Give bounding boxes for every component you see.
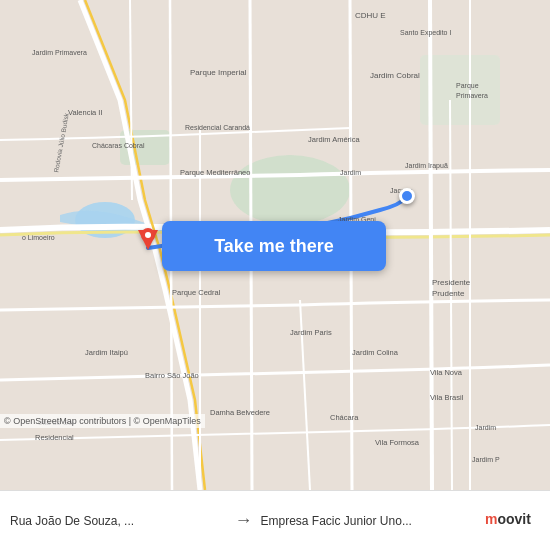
svg-text:Jardim P: Jardim P (472, 456, 500, 463)
destination-pin (399, 188, 415, 204)
svg-text:Damha Belvedere: Damha Belvedere (210, 408, 270, 417)
svg-text:Chácara: Chácara (330, 413, 359, 422)
svg-point-1 (230, 155, 350, 225)
svg-text:moovit: moovit (485, 511, 531, 527)
svg-text:Parque Cedral: Parque Cedral (172, 288, 221, 297)
svg-text:Jardim Colina: Jardim Colina (352, 348, 399, 357)
svg-text:Presidente: Presidente (432, 278, 471, 287)
footer: Rua João De Souza, ... → Empresa Facic J… (0, 490, 550, 550)
svg-text:Vila Brasil: Vila Brasil (430, 393, 464, 402)
map-container: CDHU E Santo Expedito I Jardim Primavera… (0, 0, 550, 490)
svg-text:CDHU E: CDHU E (355, 11, 386, 20)
svg-text:Residencial: Residencial (35, 433, 74, 442)
svg-text:Primavera: Primavera (456, 92, 488, 99)
footer-from-location: Rua João De Souza, ... (10, 514, 227, 528)
svg-text:Jardim Paris: Jardim Paris (290, 328, 332, 337)
svg-text:Chácaras Cobral: Chácaras Cobral (92, 142, 145, 149)
svg-text:Prudente: Prudente (432, 289, 465, 298)
svg-text:Santo Expedito I: Santo Expedito I (400, 29, 451, 37)
footer-to-location: Empresa Facic Junior Uno... (261, 514, 478, 528)
svg-text:Vila Nova: Vila Nova (430, 368, 463, 377)
svg-text:Jardim América: Jardim América (308, 135, 361, 144)
svg-text:Jardim: Jardim (340, 169, 361, 176)
map-attribution: © OpenStreetMap contributors | © OpenMap… (0, 414, 205, 428)
svg-text:Vila Formosa: Vila Formosa (375, 438, 420, 447)
moovit-logo: moovit (485, 509, 540, 533)
svg-text:Jardim Itaipú: Jardim Itaipú (85, 348, 128, 357)
svg-text:Jardim Cobral: Jardim Cobral (370, 71, 420, 80)
svg-text:Parque Mediterrâneo: Parque Mediterrâneo (180, 168, 250, 177)
svg-text:Jardim Irapuã: Jardim Irapuã (405, 162, 448, 170)
take-me-there-button[interactable]: Take me there (162, 221, 386, 271)
svg-text:Parque: Parque (456, 82, 479, 90)
footer-arrow-icon: → (235, 510, 253, 531)
svg-text:Bairro São João: Bairro São João (145, 371, 199, 380)
svg-text:Parque Imperial: Parque Imperial (190, 68, 247, 77)
svg-text:o Limoeiro: o Limoeiro (22, 234, 55, 241)
origin-pin (138, 230, 158, 250)
svg-text:Jardim: Jardim (475, 424, 496, 431)
svg-text:Residencial Carandá: Residencial Carandá (185, 124, 250, 131)
svg-text:Jardim Primavera: Jardim Primavera (32, 49, 87, 56)
svg-text:Valencia II: Valencia II (68, 108, 102, 117)
